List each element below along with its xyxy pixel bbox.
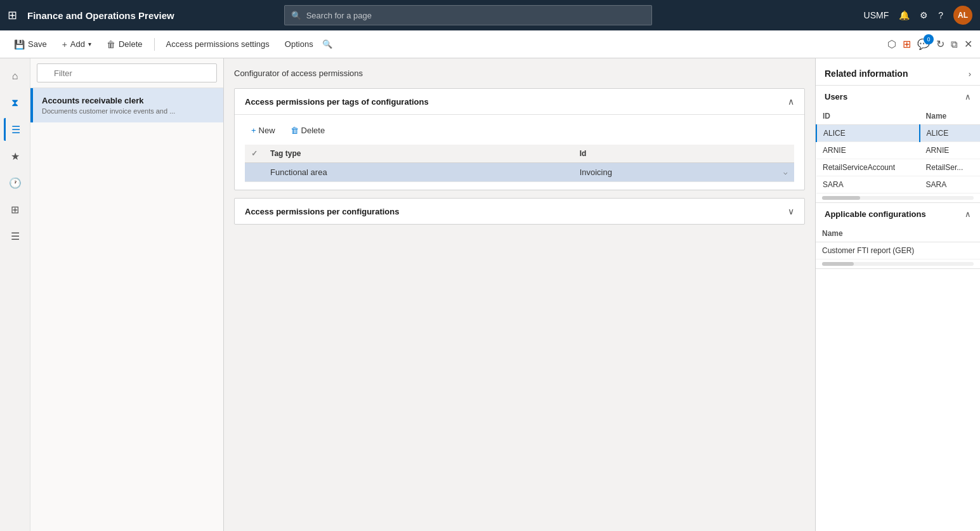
user-name-sara: SARA	[920, 176, 980, 193]
section-configs-title: Access permissions per configurations	[245, 207, 399, 216]
users-id-col: ID	[816, 108, 920, 125]
section-configs-header[interactable]: Access permissions per configurations ∨	[235, 199, 804, 224]
right-panel-header: Related information ›	[816, 58, 980, 86]
options-button[interactable]: Options	[278, 36, 320, 53]
list-item[interactable]: Accounts receivable clerk Documents cust…	[30, 88, 223, 122]
section-tags-body: + New 🗑 Delete ✓ Tag type Id	[235, 115, 804, 190]
config-name-0: Customer FTI report (GER)	[816, 242, 980, 259]
sidebar-item-workspaces[interactable]: ⊞	[4, 198, 27, 221]
dropdown-chevron-icon[interactable]: ⌵	[783, 168, 788, 176]
id-col-header: Id	[573, 145, 794, 163]
right-section-users-header[interactable]: Users ∧	[816, 86, 980, 108]
notification-icon[interactable]: 🔔	[899, 10, 910, 20]
save-button[interactable]: 💾 Save	[8, 36, 53, 53]
row-id: Invoicing ⌵	[573, 163, 794, 182]
users-row-arnie[interactable]: ARNIE ARNIE	[816, 142, 980, 159]
table-delete-button[interactable]: 🗑 Delete	[284, 122, 332, 138]
help-icon[interactable]: ?	[938, 10, 943, 20]
list-icon: ☰	[11, 124, 20, 136]
table-toolbar: + New 🗑 Delete	[245, 122, 794, 138]
configs-section-title: Applicable configurations	[825, 209, 926, 219]
right-panel: Related information › Users ∧ ID Name AL…	[815, 58, 980, 531]
office-icon[interactable]: ⊞	[903, 38, 911, 50]
right-panel-expand-icon[interactable]: ›	[969, 69, 971, 79]
section-tags-title: Access permissions per tags of configura…	[245, 97, 429, 107]
sidebar-item-list[interactable]: ☰	[4, 118, 27, 141]
right-panel-title: Related information	[825, 69, 908, 79]
add-button[interactable]: + Add ▾	[56, 36, 98, 53]
check-col-header: ✓	[245, 145, 264, 163]
close-icon[interactable]: ✕	[964, 38, 972, 50]
power-icon[interactable]: ⬡	[887, 38, 896, 50]
sidebar-item-recent[interactable]: 🕐	[4, 171, 27, 194]
action-search-icon[interactable]: 🔍	[322, 39, 332, 49]
users-row-retail[interactable]: RetailServiceAccount RetailSer...	[816, 159, 980, 176]
section-tags-header[interactable]: Access permissions per tags of configura…	[235, 89, 804, 115]
users-name-col: Name	[920, 108, 980, 125]
configs-row-0[interactable]: Customer FTI report (GER)	[816, 242, 980, 259]
delete-icon: 🗑	[107, 39, 115, 49]
badge-count: 0	[924, 34, 934, 44]
configs-scrollbar-thumb[interactable]	[822, 262, 854, 266]
user-name-arnie: ARNIE	[920, 142, 980, 159]
filter-icon: ⧗	[11, 97, 18, 108]
open-new-window-icon[interactable]: ⧉	[951, 39, 958, 50]
configurator-title: Configurator of access permissions	[234, 69, 805, 78]
right-section-users: Users ∧ ID Name ALICE ALICE ARNIE	[816, 86, 980, 203]
table-new-button[interactable]: + New	[245, 122, 282, 138]
section-tags-chevron-icon: ∧	[788, 96, 794, 107]
home-icon: ⌂	[12, 70, 18, 82]
settings-icon[interactable]: ⚙	[920, 10, 928, 20]
user-id-arnie: ARNIE	[816, 142, 920, 159]
sidebar-item-filter[interactable]: ⧗	[4, 91, 27, 114]
save-icon: 💾	[14, 39, 25, 49]
main-layout: ⌂ ⧗ ☰ ★ 🕐 ⊞ ☰ 🔍 Accounts receivable	[0, 58, 980, 531]
search-icon: 🔍	[291, 11, 301, 20]
table-row[interactable]: Functional area Invoicing ⌵	[245, 163, 794, 182]
users-section-title: Users	[825, 92, 847, 102]
add-icon: +	[62, 39, 67, 49]
menu-icon: ☰	[11, 230, 20, 242]
sidebar-item-home[interactable]: ⌂	[4, 65, 27, 88]
configs-scrollbar-track	[822, 262, 974, 266]
notification-badge[interactable]: 💬 0	[917, 38, 930, 50]
access-permissions-button[interactable]: Access permissions settings	[160, 36, 276, 53]
filter-input[interactable]	[37, 63, 217, 82]
sidebar-item-favorites[interactable]: ★	[4, 145, 27, 167]
usmf-label: USMF	[864, 10, 889, 20]
delete-button[interactable]: 🗑 Delete	[100, 36, 149, 53]
list-panel: 🔍 Accounts receivable clerk Documents cu…	[30, 58, 224, 531]
section-tags: Access permissions per tags of configura…	[234, 88, 805, 190]
star-icon: ★	[11, 150, 20, 162]
clock-icon: 🕐	[9, 177, 22, 189]
right-action-icons: ⬡ ⊞ 💬 0 ↻ ⧉ ✕	[887, 38, 972, 50]
sidebar-item-menu[interactable]: ☰	[4, 225, 27, 247]
users-scrollbar-thumb[interactable]	[822, 196, 860, 200]
filter-bar: 🔍	[30, 58, 223, 88]
right-section-configs: Applicable configurations ∧ Name Custome…	[816, 203, 980, 269]
section-configs-chevron-icon: ∨	[788, 206, 794, 216]
new-icon: +	[251, 126, 256, 135]
configs-name-col: Name	[816, 225, 980, 242]
action-bar: 💾 Save + Add ▾ 🗑 Delete Access permissio…	[0, 30, 980, 58]
users-row-alice[interactable]: ALICE ALICE	[816, 125, 980, 142]
user-id-retail: RetailServiceAccount	[816, 159, 920, 176]
right-section-configs-header[interactable]: Applicable configurations ∧	[816, 203, 980, 225]
row-tag-type: Functional area	[264, 163, 573, 182]
grid-icon[interactable]: ⊞	[8, 8, 17, 22]
list-item-description: Documents customer invoice events and ..…	[42, 107, 214, 115]
user-id-alice: ALICE	[816, 125, 920, 142]
user-avatar[interactable]: AL	[953, 6, 972, 25]
refresh-icon[interactable]: ↻	[936, 38, 944, 50]
users-table: ID Name ALICE ALICE ARNIE ARNIE RetailSe…	[816, 108, 980, 193]
separator	[154, 38, 155, 51]
sidebar-icons: ⌂ ⧗ ☰ ★ 🕐 ⊞ ☰	[0, 58, 30, 531]
top-nav-bar: ⊞ Finance and Operations Preview 🔍 USMF …	[0, 0, 980, 30]
row-check	[245, 163, 264, 182]
users-scrollbar-track	[822, 196, 974, 200]
search-input[interactable]	[306, 11, 645, 20]
content-area: Configurator of access permissions Acces…	[224, 58, 815, 531]
tag-type-col-header: Tag type	[264, 145, 573, 163]
users-row-sara[interactable]: SARA SARA	[816, 176, 980, 193]
search-bar[interactable]: 🔍	[284, 5, 652, 25]
